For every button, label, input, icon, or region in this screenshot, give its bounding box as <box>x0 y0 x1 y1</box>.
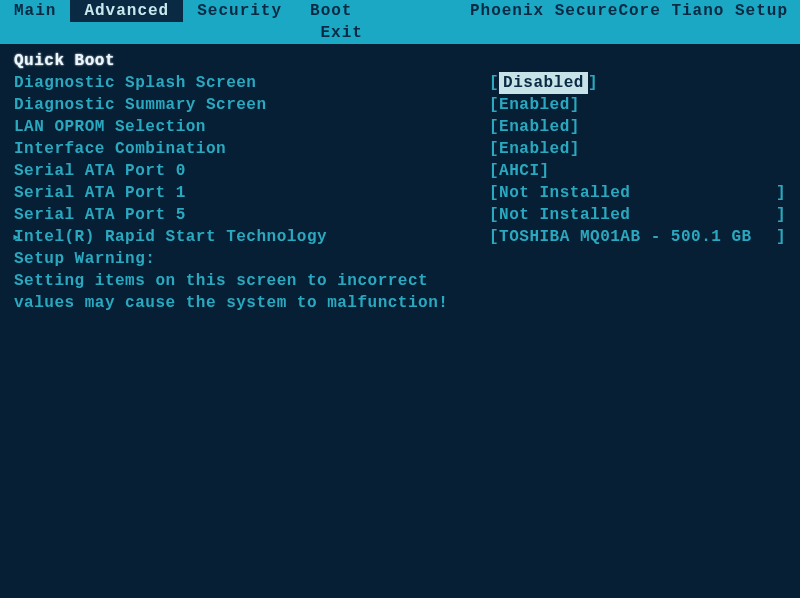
setting-label: Serial ATA Port 1 <box>14 182 489 204</box>
tab-advanced[interactable]: Advanced <box>70 0 183 22</box>
setting-label: LAN OPROM Selection <box>14 116 489 138</box>
setting-row-submenu[interactable]: ▸ Intel(R) Rapid Start Technology [TOSHI… <box>14 226 790 248</box>
bracket-left: [ <box>489 182 499 204</box>
bios-content: Quick Boot Diagnostic Splash Screen [Dis… <box>0 44 800 598</box>
bracket-right: ] <box>776 226 790 248</box>
value-text: TOSHIBA MQ01AB - 500.1 GB <box>499 226 752 248</box>
bracket-left: [ <box>489 116 499 138</box>
setting-row[interactable]: Diagnostic Splash Screen [Disabled] <box>14 72 790 94</box>
bracket-left: [ <box>489 138 499 160</box>
value-text: Not Installed <box>499 204 630 226</box>
bios-title: Phoenix SecureCore Tiano Setup <box>470 0 794 20</box>
setting-row[interactable]: Serial ATA Port 1 [Not Installed] <box>14 182 790 204</box>
bracket-left: [ <box>489 204 499 226</box>
bracket-right: ] <box>570 94 580 116</box>
value-text: Enabled <box>499 116 570 138</box>
setup-warning-line: values may cause the system to malfuncti… <box>14 292 790 314</box>
value-text: Enabled <box>499 138 570 160</box>
setting-label: Serial ATA Port 0 <box>14 160 489 182</box>
bios-menu-bar: Main Advanced Security Boot Exit Phoenix… <box>0 0 800 44</box>
setting-value[interactable]: [Enabled] <box>489 116 790 138</box>
setting-value[interactable]: [Not Installed] <box>489 182 790 204</box>
setup-warning-line: Setting items on this screen to incorrec… <box>14 270 790 292</box>
setting-value[interactable]: [TOSHIBA MQ01AB - 500.1 GB] <box>489 226 790 248</box>
setting-label: Interface Combination <box>14 138 489 160</box>
tab-main[interactable]: Main <box>0 0 70 22</box>
bracket-left: [ <box>489 94 499 116</box>
setting-label: Serial ATA Port 5 <box>14 204 489 226</box>
setting-value[interactable]: [Disabled] <box>489 72 790 94</box>
setting-row[interactable]: Interface Combination [Enabled] <box>14 138 790 160</box>
setting-value[interactable]: [Enabled] <box>489 94 790 116</box>
value-text: Disabled <box>499 72 588 94</box>
section-heading-quick-boot: Quick Boot <box>14 50 489 72</box>
setting-label: Diagnostic Summary Screen <box>14 94 489 116</box>
setting-value[interactable]: [Not Installed] <box>489 204 790 226</box>
setting-row[interactable]: LAN OPROM Selection [Enabled] <box>14 116 790 138</box>
setup-warning-heading: Setup Warning: <box>14 248 790 270</box>
tab-exit[interactable]: Exit <box>306 22 376 44</box>
bracket-right: ] <box>776 182 790 204</box>
bios-tabs: Main Advanced Security Boot Exit <box>0 0 377 44</box>
bracket-left: [ <box>489 226 499 248</box>
setting-value[interactable]: [Enabled] <box>489 138 790 160</box>
setting-row[interactable]: Serial ATA Port 0 [AHCI] <box>14 160 790 182</box>
setting-value[interactable]: [AHCI] <box>489 160 790 182</box>
bracket-right: ] <box>570 116 580 138</box>
setting-row[interactable]: Diagnostic Summary Screen [Enabled] <box>14 94 790 116</box>
value-text: Enabled <box>499 94 570 116</box>
value-text: AHCI <box>499 160 539 182</box>
bracket-left: [ <box>489 72 499 94</box>
value-text: Not Installed <box>499 182 630 204</box>
bracket-right: ] <box>776 204 790 226</box>
bracket-right: ] <box>588 72 598 94</box>
bracket-right: ] <box>570 138 580 160</box>
submenu-arrow-icon: ▸ <box>12 226 20 248</box>
bracket-right: ] <box>540 160 550 182</box>
setting-row[interactable]: Serial ATA Port 5 [Not Installed] <box>14 204 790 226</box>
tab-boot[interactable]: Boot <box>296 0 366 22</box>
setting-label: Diagnostic Splash Screen <box>14 72 489 94</box>
tab-security[interactable]: Security <box>183 0 296 22</box>
setting-label: Intel(R) Rapid Start Technology <box>14 226 489 248</box>
bracket-left: [ <box>489 160 499 182</box>
